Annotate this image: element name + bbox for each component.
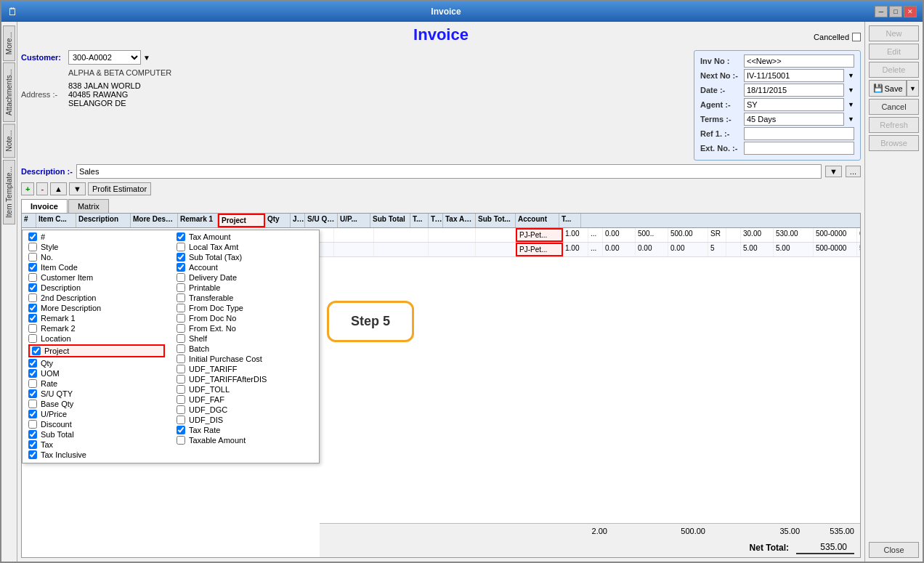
table-row[interactable]: PJ-Pet...1.00...0.000.000.0055.005.00500… [320, 243, 860, 257]
profit-estimator-button[interactable]: Profit Estimator [88, 182, 151, 195]
invoice-window: 🗒 Invoice ─ □ ✕ More... Attachments... N… [0, 0, 924, 563]
more-tab[interactable]: More... [3, 25, 15, 61]
minimize-button[interactable]: ─ [875, 6, 888, 17]
description-dropdown-btn[interactable]: ▼ [825, 166, 842, 177]
subtot-total: 535.00 [814, 527, 854, 535]
move-up-button[interactable]: ▲ [50, 182, 67, 195]
dropdown-item[interactable]: Taxable Amount [177, 436, 313, 445]
delete-button[interactable]: Delete [869, 62, 919, 78]
dropdown-item[interactable]: Printable [177, 283, 313, 292]
dropdown-item[interactable]: Account [177, 263, 313, 272]
dropdown-item[interactable]: Sub Total [28, 430, 165, 439]
dropdown-item[interactable]: Tax Rate [177, 426, 313, 434]
dropdown-item[interactable]: UDF_TARIFF [177, 365, 313, 373]
save-dropdown-button[interactable]: ▼ [907, 80, 919, 97]
terms-arrow[interactable]: ▼ [848, 116, 854, 123]
dropdown-item[interactable]: Tax [28, 440, 165, 449]
customer-name: ALPHA & BETA COMPUTER [68, 67, 686, 80]
inv-no-input[interactable] [744, 54, 854, 68]
dropdown-col1: #StyleNo.Item CodeCustomer ItemDescripti… [23, 230, 171, 463]
next-no-arrow[interactable]: ▼ [848, 72, 854, 79]
dropdown-item[interactable]: Sub Total (Tax) [177, 253, 313, 262]
dropdown-item[interactable]: No. [28, 253, 165, 262]
customer-select[interactable]: 300-A0002 [68, 50, 141, 65]
date-input[interactable] [744, 84, 844, 97]
dropdown-item[interactable]: Delivery Date [177, 273, 313, 282]
customer-dropdown-icon[interactable]: ▼ [143, 54, 150, 62]
customer-section: Customer: 300-A0002 ▼ ALPHA & BETA COMPU… [21, 50, 686, 161]
dropdown-item[interactable]: UDF_TARIFFAfterDIS [177, 375, 313, 384]
dropdown-item[interactable]: From Doc No [177, 314, 313, 323]
dropdown-item[interactable]: UDF_DGC [177, 405, 313, 414]
save-button[interactable]: 💾 Save [869, 80, 907, 97]
add-row-button[interactable]: + [21, 182, 34, 195]
dropdown-item[interactable]: Description [28, 283, 165, 292]
description-row: Description :- ▼ ... [21, 164, 861, 179]
browse-button[interactable]: Browse [869, 135, 919, 151]
terms-input[interactable] [744, 113, 844, 126]
next-no-input[interactable] [744, 69, 844, 82]
col-account: Account [516, 214, 559, 227]
agent-input[interactable] [744, 98, 844, 111]
date-arrow[interactable]: ▼ [848, 86, 854, 94]
dropdown-item[interactable]: UOM [28, 369, 165, 378]
description-input[interactable] [76, 164, 822, 179]
dropdown-item[interactable]: Tax Amount [177, 232, 313, 241]
dropdown-item[interactable]: Rate [28, 379, 165, 388]
dropdown-item[interactable]: UDF_FAF [177, 395, 313, 404]
dropdown-item[interactable]: 2nd Description [28, 293, 165, 302]
dropdown-item[interactable]: From Doc Type [177, 304, 313, 312]
restore-button[interactable]: □ [889, 6, 902, 17]
extno-input[interactable] [744, 142, 854, 155]
edit-button[interactable]: Edit [869, 44, 919, 60]
refresh-button[interactable]: Refresh [869, 117, 919, 133]
item-template-tab[interactable]: Item Template... [3, 160, 15, 224]
tabs-row: Invoice Matrix [21, 199, 861, 213]
dropdown-item[interactable]: Base Qty [28, 400, 165, 408]
dropdown-item[interactable]: Discount [28, 420, 165, 429]
dropdown-item[interactable]: UDF_TOLL [177, 385, 313, 394]
invoice-tab[interactable]: Invoice [21, 199, 68, 213]
dropdown-item[interactable]: Tax Inclusive [28, 450, 165, 459]
cancel-button[interactable]: Cancel [869, 99, 919, 115]
dropdown-item[interactable]: Item Code [28, 263, 165, 272]
dropdown-item[interactable]: Initial Purchase Cost [177, 355, 313, 363]
dropdown-item[interactable]: Location [28, 334, 165, 343]
dropdown-item[interactable]: UDF_DIS [177, 416, 313, 424]
attachments-tab[interactable]: Attachments... [3, 62, 15, 122]
note-tab[interactable]: Note... [3, 123, 15, 158]
agent-label: Agent :- [700, 100, 740, 109]
dropdown-item[interactable]: Qty [28, 359, 165, 368]
net-total-row: Net Total: 535.00 [320, 538, 860, 557]
window-title: Invoice [17, 7, 875, 17]
close-button[interactable]: Close [869, 542, 919, 558]
col-remark1: Remark 1 [178, 214, 218, 227]
dropdown-item[interactable]: Transferable [177, 293, 313, 302]
dropdown-item[interactable]: Remark 1 [28, 314, 165, 323]
dropdown-item[interactable]: U/Price [28, 410, 165, 418]
table-rows: PJ-Pet...1.00...0.00500..500.00SR30.0053… [320, 228, 860, 257]
remove-row-button[interactable]: - [36, 182, 48, 195]
dropdown-item[interactable]: From Ext. No [177, 324, 313, 333]
new-button[interactable]: New [869, 25, 919, 41]
dropdown-item[interactable]: S/U QTY [28, 389, 165, 398]
description-more-btn[interactable]: ... [846, 166, 861, 177]
dropdown-item[interactable]: Style [28, 243, 165, 251]
dropdown-item[interactable]: Customer Item [28, 273, 165, 282]
dropdown-item[interactable]: Remark 2 [28, 324, 165, 333]
cancelled-checkbox[interactable] [852, 33, 861, 41]
dropdown-item[interactable]: # [28, 232, 165, 241]
dropdown-item[interactable]: Batch [177, 344, 313, 353]
dropdown-item[interactable]: Shelf [177, 334, 313, 343]
dropdown-item[interactable]: Local Tax Amt [177, 243, 313, 251]
window-close-button[interactable]: ✕ [904, 6, 917, 17]
table-row[interactable]: PJ-Pet...1.00...0.00500..500.00SR30.0053… [320, 228, 860, 243]
move-down-button[interactable]: ▼ [69, 182, 86, 195]
agent-arrow[interactable]: ▼ [848, 101, 854, 108]
col-j: J... [291, 214, 305, 227]
dropdown-item[interactable]: Project [28, 344, 165, 357]
matrix-tab[interactable]: Matrix [68, 199, 109, 213]
customer-label: Customer: [21, 53, 68, 62]
ref1-input[interactable] [744, 127, 854, 140]
dropdown-item[interactable]: More Description [28, 304, 165, 312]
